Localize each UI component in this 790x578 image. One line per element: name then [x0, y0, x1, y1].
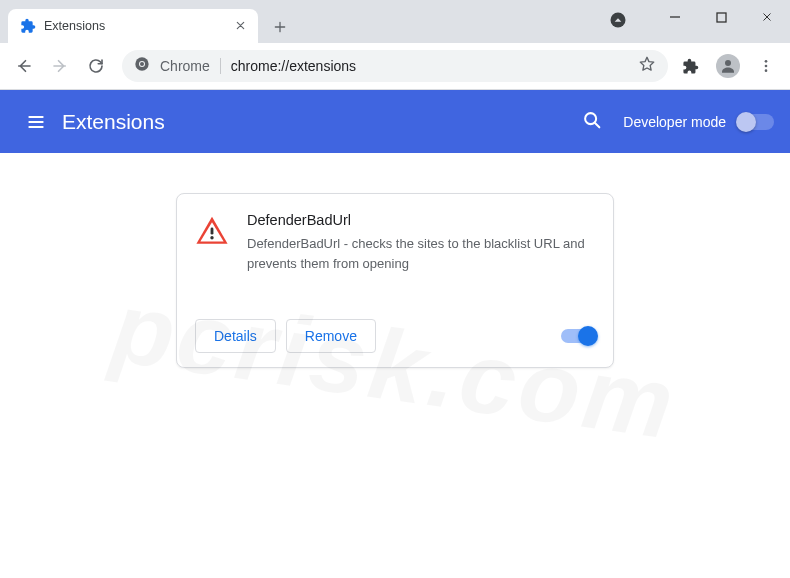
- kebab-menu-icon[interactable]: [750, 50, 782, 82]
- omnibox-divider: [220, 58, 221, 74]
- warning-triangle-icon: [195, 212, 231, 305]
- reload-button[interactable]: [80, 50, 112, 82]
- omnibox-origin-label: Chrome: [160, 58, 210, 74]
- extensions-puzzle-icon[interactable]: [674, 50, 706, 82]
- media-control-icon[interactable]: [606, 8, 630, 32]
- search-icon[interactable]: [581, 109, 603, 135]
- developer-mode-label: Developer mode: [623, 114, 726, 130]
- nav-back-button[interactable]: [8, 50, 40, 82]
- svg-point-9: [765, 69, 768, 72]
- extension-card: DefenderBadUrl DefenderBadUrl - checks t…: [176, 193, 614, 368]
- minimize-button[interactable]: [652, 0, 698, 34]
- omnibox[interactable]: Chrome chrome://extensions: [122, 50, 668, 82]
- svg-point-7: [765, 60, 768, 63]
- omnibox-url: chrome://extensions: [231, 58, 356, 74]
- svg-point-5: [140, 62, 144, 66]
- svg-rect-12: [211, 227, 214, 234]
- browser-tab[interactable]: Extensions: [8, 9, 258, 43]
- chrome-logo-icon: [134, 56, 150, 76]
- svg-rect-2: [717, 13, 726, 22]
- svg-point-6: [725, 60, 731, 66]
- svg-point-8: [765, 65, 768, 68]
- extension-description: DefenderBadUrl - checks the sites to the…: [247, 234, 587, 273]
- details-button[interactable]: Details: [195, 319, 276, 353]
- browser-toolbar: Chrome chrome://extensions: [0, 43, 790, 90]
- profile-avatar[interactable]: [712, 50, 744, 82]
- window-controls: [652, 0, 790, 34]
- tab-title: Extensions: [44, 19, 233, 33]
- extensions-content: DefenderBadUrl DefenderBadUrl - checks t…: [0, 153, 790, 577]
- bookmark-star-icon[interactable]: [638, 55, 656, 78]
- maximize-button[interactable]: [698, 0, 744, 34]
- extension-name: DefenderBadUrl: [247, 212, 587, 228]
- remove-button[interactable]: Remove: [286, 319, 376, 353]
- developer-mode-toggle[interactable]: [738, 114, 774, 130]
- extensions-header: Extensions Developer mode: [0, 90, 790, 153]
- svg-point-13: [210, 236, 213, 239]
- nav-forward-button: [44, 50, 76, 82]
- tab-close-icon[interactable]: [233, 16, 248, 36]
- close-window-button[interactable]: [744, 0, 790, 34]
- extension-enabled-toggle[interactable]: [561, 329, 595, 343]
- extension-puzzle-icon: [20, 18, 36, 34]
- svg-line-11: [595, 122, 600, 127]
- hamburger-menu-icon[interactable]: [16, 102, 56, 142]
- page-title: Extensions: [62, 110, 581, 134]
- window-titlebar: Extensions: [0, 0, 790, 43]
- new-tab-button[interactable]: [266, 13, 294, 41]
